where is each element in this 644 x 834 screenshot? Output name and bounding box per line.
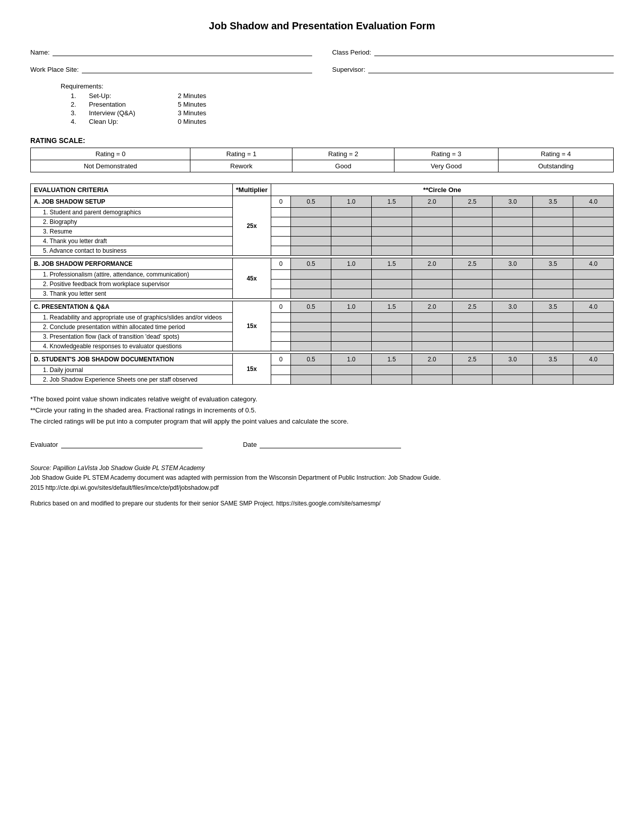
rating-option[interactable] <box>533 227 573 237</box>
rating-option[interactable]: 0 <box>271 301 290 313</box>
rating-option[interactable] <box>492 237 533 246</box>
rating-option[interactable]: 3.0 <box>492 258 533 270</box>
rating-option[interactable] <box>291 375 331 385</box>
rating-option[interactable] <box>412 237 452 246</box>
rating-option[interactable]: 0.5 <box>291 354 331 365</box>
rating-option[interactable] <box>412 270 452 280</box>
rating-option[interactable] <box>371 365 412 375</box>
rating-option[interactable] <box>331 270 371 280</box>
rating-option[interactable]: 2.5 <box>452 354 492 365</box>
rating-option[interactable] <box>533 289 573 299</box>
rating-option[interactable] <box>371 280 412 289</box>
rating-option[interactable] <box>291 289 331 299</box>
rating-option[interactable] <box>412 246 452 256</box>
rating-option[interactable] <box>291 217 331 227</box>
supervisor-input[interactable] <box>368 64 614 73</box>
rating-option[interactable]: 3.0 <box>492 301 533 313</box>
rating-option[interactable] <box>573 237 614 246</box>
rating-option[interactable] <box>533 280 573 289</box>
rating-option[interactable] <box>331 246 371 256</box>
rating-option[interactable]: 3.5 <box>533 196 573 208</box>
rating-option[interactable] <box>331 322 371 332</box>
rating-option[interactable]: 2.0 <box>412 196 452 208</box>
rating-option[interactable] <box>452 289 492 299</box>
rating-option[interactable] <box>371 208 412 217</box>
rating-option[interactable]: 3.5 <box>533 354 573 365</box>
rating-option[interactable] <box>573 227 614 237</box>
rating-option[interactable] <box>291 227 331 237</box>
rating-option[interactable]: 3.5 <box>533 258 573 270</box>
rating-option[interactable] <box>271 227 290 237</box>
rating-option[interactable] <box>291 270 331 280</box>
rating-option[interactable] <box>291 332 331 342</box>
workplace-input[interactable] <box>82 64 312 73</box>
rating-option[interactable] <box>452 227 492 237</box>
rating-option[interactable]: 1.0 <box>331 258 371 270</box>
rating-option[interactable] <box>573 342 614 351</box>
rating-option[interactable]: 2.0 <box>412 301 452 313</box>
rating-option[interactable]: 0.5 <box>291 258 331 270</box>
rating-option[interactable] <box>533 342 573 351</box>
rating-option[interactable] <box>573 208 614 217</box>
rating-option[interactable] <box>331 217 371 227</box>
rating-option[interactable] <box>371 342 412 351</box>
rating-option[interactable] <box>412 280 452 289</box>
rating-option[interactable] <box>291 365 331 375</box>
rating-option[interactable] <box>573 246 614 256</box>
rating-option[interactable] <box>271 208 290 217</box>
rating-option[interactable]: 3.0 <box>492 354 533 365</box>
rating-option[interactable] <box>412 227 452 237</box>
rating-option[interactable] <box>331 289 371 299</box>
rating-option[interactable] <box>573 270 614 280</box>
rating-option[interactable] <box>331 365 371 375</box>
rating-option[interactable] <box>271 289 290 299</box>
rating-option[interactable] <box>492 289 533 299</box>
rating-option[interactable] <box>331 227 371 237</box>
rating-option[interactable] <box>271 332 290 342</box>
rating-option[interactable]: 0.5 <box>291 301 331 313</box>
rating-option[interactable] <box>371 332 412 342</box>
rating-option[interactable] <box>533 270 573 280</box>
rating-option[interactable] <box>371 217 412 227</box>
rating-option[interactable] <box>291 322 331 332</box>
rating-option[interactable] <box>452 270 492 280</box>
rating-option[interactable] <box>271 365 290 375</box>
rating-option[interactable] <box>271 280 290 289</box>
rating-option[interactable] <box>573 289 614 299</box>
rating-option[interactable] <box>271 217 290 227</box>
rating-option[interactable] <box>331 313 371 322</box>
rating-option[interactable]: 0.5 <box>291 196 331 208</box>
rating-option[interactable] <box>492 246 533 256</box>
rating-option[interactable] <box>271 375 290 385</box>
rating-option[interactable] <box>492 375 533 385</box>
rating-option[interactable]: 0 <box>271 354 290 365</box>
rating-option[interactable] <box>412 342 452 351</box>
rating-option[interactable] <box>533 322 573 332</box>
rating-option[interactable] <box>412 289 452 299</box>
rating-option[interactable] <box>291 280 331 289</box>
rating-option[interactable] <box>271 270 290 280</box>
rating-option[interactable] <box>331 208 371 217</box>
rating-option[interactable] <box>492 365 533 375</box>
rating-option[interactable] <box>412 313 452 322</box>
rating-option[interactable] <box>271 246 290 256</box>
rating-option[interactable] <box>412 322 452 332</box>
rating-option[interactable] <box>331 342 371 351</box>
rating-option[interactable] <box>331 237 371 246</box>
rating-option[interactable] <box>271 313 290 322</box>
rating-option[interactable] <box>291 208 331 217</box>
rating-option[interactable] <box>412 208 452 217</box>
rating-option[interactable] <box>271 237 290 246</box>
rating-option[interactable]: 0 <box>271 196 290 208</box>
rating-option[interactable] <box>291 246 331 256</box>
rating-option[interactable] <box>291 237 331 246</box>
rating-option[interactable] <box>371 375 412 385</box>
rating-option[interactable]: 4.0 <box>573 301 614 313</box>
rating-option[interactable] <box>412 217 452 227</box>
rating-option[interactable] <box>412 365 452 375</box>
rating-option[interactable]: 2.5 <box>452 301 492 313</box>
rating-option[interactable] <box>291 342 331 351</box>
rating-option[interactable] <box>371 270 412 280</box>
date-input[interactable] <box>260 439 401 448</box>
rating-option[interactable] <box>452 217 492 227</box>
